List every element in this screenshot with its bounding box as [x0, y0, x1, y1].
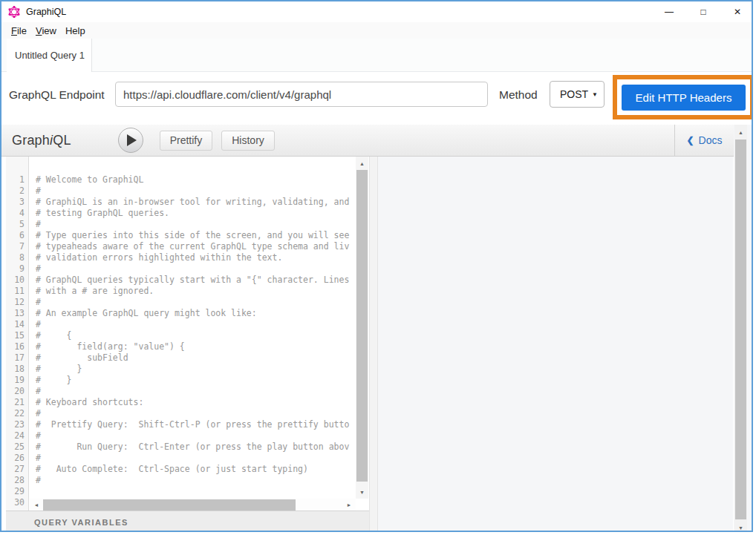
- window-title: GraphiQL: [26, 7, 66, 17]
- main-content: 1234567891011121314151617181920212223242…: [1, 157, 753, 532]
- docs-toggle[interactable]: ❮ Docs: [674, 125, 734, 156]
- tab-untitled-query-1[interactable]: Untitled Query 1: [7, 39, 92, 72]
- menu-help-rest: Help: [65, 25, 85, 36]
- line-number: 19: [6, 375, 28, 386]
- line-number: 12: [6, 297, 28, 308]
- editor-hscroll-thumb[interactable]: [43, 499, 296, 511]
- prettify-button[interactable]: Prettify: [160, 131, 213, 151]
- method-select[interactable]: POST ▼: [550, 81, 605, 108]
- result-pane: [378, 157, 733, 532]
- line-number: 13: [6, 308, 28, 319]
- editor-horizontal-scrollbar[interactable]: ◄ ►: [30, 499, 356, 511]
- line-number: 15: [6, 330, 28, 341]
- code-line[interactable]: [30, 486, 356, 497]
- execute-query-button[interactable]: [118, 128, 143, 153]
- code-line[interactable]: # Welcome to GraphiQL: [30, 174, 356, 186]
- app-vscroll-thumb[interactable]: [735, 140, 746, 519]
- endpoint-label: GraphQL Endpoint: [9, 88, 105, 102]
- code-line[interactable]: #: [30, 386, 356, 397]
- code-line[interactable]: #: [30, 219, 356, 230]
- line-number: 30: [6, 497, 28, 508]
- line-number: 26: [6, 453, 28, 464]
- editor-lines[interactable]: # Welcome to GraphiQL## GraphiQL is an i…: [30, 157, 356, 499]
- app-vertical-scrollbar[interactable]: ▲ ▼: [734, 125, 747, 532]
- scroll-right-icon[interactable]: ►: [344, 499, 354, 511]
- code-line[interactable]: # {: [30, 330, 356, 341]
- code-line[interactable]: # An example GraphQL query might look li…: [30, 308, 356, 319]
- line-number: 4: [6, 208, 28, 219]
- graphiql-toolbar: GraphiQL Prettify History ❮ Docs: [1, 125, 734, 157]
- code-line[interactable]: # Auto Complete: Ctrl-Space (or just sta…: [30, 464, 356, 475]
- maximize-icon[interactable]: □: [686, 1, 720, 22]
- code-line[interactable]: # GraphiQL is an in-browser tool for wri…: [30, 197, 356, 208]
- code-line[interactable]: # Prettify Query: Shift-Ctrl-P (or press…: [30, 419, 356, 430]
- query-variables-bar[interactable]: QUERY VARIABLES: [6, 511, 369, 532]
- minimize-icon[interactable]: —: [652, 1, 686, 22]
- code-line[interactable]: #: [30, 263, 356, 275]
- graphiql-logo: GraphiQL: [12, 133, 71, 148]
- play-icon: [127, 134, 137, 146]
- line-number: 18: [6, 364, 28, 375]
- code-line[interactable]: # GraphQL queries typically start with a…: [30, 275, 356, 286]
- scroll-up-icon[interactable]: ▲: [356, 158, 368, 168]
- logo-part3: QL: [53, 133, 71, 148]
- code-line[interactable]: #: [30, 408, 356, 419]
- code-line[interactable]: # field(arg: "value") {: [30, 341, 356, 352]
- scroll-down-icon[interactable]: ▼: [734, 522, 747, 532]
- line-number: 14: [6, 319, 28, 330]
- editor-gutter: 1234567891011121314151617181920212223242…: [6, 157, 29, 511]
- scroll-up-icon[interactable]: ▲: [734, 127, 747, 137]
- menu-view-rest: iew: [42, 25, 56, 36]
- line-number: 6: [6, 230, 28, 241]
- editor-vscroll-thumb[interactable]: [356, 170, 368, 482]
- code-line[interactable]: #: [30, 475, 356, 486]
- line-number: 28: [6, 475, 28, 486]
- menu-item-view[interactable]: View: [31, 24, 61, 38]
- code-line[interactable]: # validation errors highlighted within t…: [30, 252, 356, 263]
- line-number: 1: [6, 174, 28, 186]
- method-label: Method: [499, 88, 538, 102]
- menu-item-help[interactable]: Help: [61, 24, 90, 38]
- line-number: 23: [6, 419, 28, 430]
- code-line[interactable]: # subField: [30, 352, 356, 364]
- code-line[interactable]: # testing GraphQL queries.: [30, 208, 356, 219]
- pane-divider[interactable]: [369, 157, 378, 532]
- line-number: 10: [6, 275, 28, 286]
- menu-item-file[interactable]: File: [7, 24, 31, 38]
- line-number: 22: [6, 408, 28, 419]
- code-line[interactable]: #: [30, 319, 356, 330]
- line-number: 7: [6, 241, 28, 252]
- docs-label: Docs: [699, 134, 723, 146]
- chevron-down-icon: ▼: [592, 91, 598, 98]
- history-button[interactable]: History: [221, 131, 275, 151]
- line-number: 2: [6, 186, 28, 197]
- endpoint-input[interactable]: [115, 82, 488, 107]
- code-line[interactable]: #: [30, 453, 356, 464]
- code-line[interactable]: # typeaheads aware of the current GraphQ…: [30, 241, 356, 252]
- code-line[interactable]: # Type queries into this side of the scr…: [30, 230, 356, 241]
- annotation-highlight-box: Edit HTTP Headers: [613, 75, 753, 119]
- code-line[interactable]: # with a # are ignored.: [30, 286, 356, 297]
- code-line[interactable]: # Run Query: Ctrl-Enter (or press the pl…: [30, 442, 356, 453]
- code-line[interactable]: #: [30, 297, 356, 308]
- editor-vertical-scrollbar[interactable]: ▲ ▼: [356, 157, 368, 499]
- window-controls: — □ ✕: [652, 1, 753, 22]
- logo-part1: Graph: [12, 133, 50, 148]
- code-line[interactable]: #: [30, 186, 356, 197]
- close-icon[interactable]: ✕: [720, 1, 753, 22]
- code-line[interactable]: #: [30, 430, 356, 442]
- code-line[interactable]: # Keyboard shortcuts:: [30, 397, 356, 408]
- chevron-left-icon: ❮: [687, 135, 694, 145]
- graphql-logo-icon: [8, 6, 20, 18]
- code-line[interactable]: # }: [30, 375, 356, 386]
- scroll-left-icon[interactable]: ◄: [31, 499, 42, 511]
- edit-http-headers-button[interactable]: Edit HTTP Headers: [622, 85, 746, 111]
- code-line[interactable]: # }: [30, 364, 356, 375]
- line-number: 3: [6, 197, 28, 208]
- line-number: 9: [6, 263, 28, 275]
- line-number: 21: [6, 397, 28, 408]
- line-number: 5: [6, 219, 28, 230]
- app-window: GraphiQL — □ ✕ File View Help Untitled Q…: [0, 0, 753, 532]
- scroll-down-icon[interactable]: ▼: [356, 487, 368, 497]
- line-number: 25: [6, 442, 28, 453]
